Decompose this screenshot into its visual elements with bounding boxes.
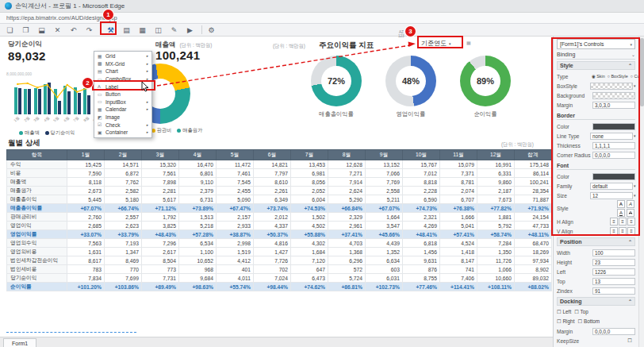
preview-icon[interactable]: ▶ <box>183 25 197 36</box>
column-header: 1월 <box>67 150 105 160</box>
tab-form1[interactable]: Form1 <box>3 338 36 347</box>
cell-value: +48.41% <box>403 230 440 239</box>
dataset-icon[interactable]: ◫ <box>151 25 165 36</box>
prop-control[interactable]: 100 <box>590 249 635 256</box>
cell-value: 1,100 <box>179 248 217 256</box>
checkbox-bottom[interactable]: ☐ Bottom <box>577 318 600 325</box>
prop-control[interactable]: 0,0,0,0 <box>590 328 635 335</box>
cell-value: 4,302 <box>291 239 328 248</box>
menu-item-image[interactable]: ◩Image <box>94 114 151 121</box>
column-header: 합계 <box>515 150 552 160</box>
monthly-table[interactable]: 항목1월2월3월4월5월6월7월8월9월10월11월12월합계수익15,4251… <box>6 149 552 291</box>
prop-label: Height <box>557 260 590 265</box>
grid-icon[interactable]: ▦ <box>136 25 149 36</box>
cell-value: 1,792 <box>142 213 179 222</box>
prop-control[interactable]: 91 <box>590 287 635 295</box>
cursor-icon <box>141 82 151 93</box>
scrollbar-thumb[interactable] <box>640 38 644 106</box>
cell-value: +37.41% <box>328 230 366 239</box>
cell-value: 2,961 <box>328 222 366 230</box>
cell-value: +50.37% <box>254 230 291 239</box>
profit-unit-note: (단위 : 백만원) <box>273 43 305 50</box>
prop-control[interactable]: ☐ <box>590 337 635 344</box>
settings-gear-icon[interactable]: ⚙ <box>205 25 218 36</box>
table-row: 매출총이익5,4455,1805,6176,7315,0906,3496,004… <box>7 195 552 204</box>
cell-value: 6,707 <box>440 195 477 204</box>
annotation-badge-2: 2 <box>82 78 93 88</box>
section-docking[interactable]: Docking⌃ <box>557 297 635 306</box>
window-titlebar: 손익계산서 - 프로필 1 - Microsoft Edge <box>0 0 644 13</box>
cell-value: +67.07% <box>366 204 403 213</box>
bar-group <box>72 76 82 114</box>
cell-value: 15,320 <box>142 160 179 169</box>
checkbox[interactable]: ☐ <box>627 337 632 344</box>
text-input[interactable]: 23 <box>592 259 635 266</box>
cell-value: 647 <box>291 265 328 274</box>
column-header: 6월 <box>254 150 291 160</box>
chart-icon[interactable]: ▤ <box>120 25 133 36</box>
cell-value: +33.07% <box>67 230 105 239</box>
prop-control[interactable]: 23 <box>590 259 635 266</box>
filter-icon[interactable]: ▦ <box>466 40 471 45</box>
cell-value: 876 <box>403 265 440 274</box>
menu-item-container[interactable]: ▣Container▸ <box>94 129 151 137</box>
menu-item-mx-grid[interactable]: ▩MX-Grid▸ <box>94 60 151 68</box>
table-row: 당기순이익7,8347,6997,7319,6844,0117,0246,473… <box>7 274 552 283</box>
delete-icon[interactable]: ✕ <box>51 25 64 36</box>
menu-item-grid[interactable]: ▦Grid▸ <box>94 52 151 60</box>
cell-value: 7,726 <box>254 256 291 265</box>
prop-label: Zindex <box>557 288 590 294</box>
cell-value: 1,666 <box>440 213 477 222</box>
cell-value: 783 <box>67 265 105 274</box>
new-document-icon[interactable]: ❏ <box>3 25 17 36</box>
component-menu: ▦Grid▸▩MX-Grid▸▤Chart▸▭ComboBox▸ALabel▸▭… <box>94 51 152 138</box>
cell-value: 5,180 <box>105 195 142 204</box>
kpi-net-income-label: 당기순이익 <box>8 40 46 49</box>
row-label: 법인세차감전순이익 <box>7 256 67 265</box>
edit-icon[interactable]: ✎ <box>167 25 181 36</box>
checkbox-top[interactable]: ☐ Top <box>574 309 588 315</box>
menu-item-inputbox[interactable]: ▭InputBox▸ <box>94 98 151 106</box>
prop-row-left-top: ☐ Left☐ Top <box>557 307 635 317</box>
text-input[interactable]: 100 <box>592 249 635 256</box>
url-bar[interactable]: https://epa.bimatrix.com/AUD/designer.js… <box>0 13 644 24</box>
text-input[interactable]: 0,0,0,0 <box>592 328 635 335</box>
undo-icon[interactable]: ↶ <box>67 25 80 36</box>
legend-dot-icon <box>45 131 49 135</box>
bar-group <box>33 76 43 114</box>
text-input[interactable]: 13 <box>592 278 635 285</box>
checkbox-right[interactable]: ☐ Right <box>557 318 574 325</box>
menu-item-check[interactable]: ☑Check▸ <box>94 121 151 129</box>
legend-item: 매출원가 <box>177 127 202 134</box>
prop-control[interactable]: 13 <box>590 278 635 285</box>
cell-value: +98.44% <box>254 283 291 291</box>
prop-control[interactable]: 1226 <box>590 268 635 276</box>
save-icon[interactable]: ⬓ <box>35 25 48 36</box>
menu-item-calendar[interactable]: ▦Calendar▸ <box>94 106 151 114</box>
menu-item-label: Grid <box>104 53 147 59</box>
cell-value: 2,624 <box>328 187 366 195</box>
text-input[interactable]: 91 <box>592 287 635 295</box>
open-folder-icon[interactable]: ❐ <box>19 25 33 36</box>
cell-value: 702 <box>254 265 291 274</box>
cell-value: 8,617 <box>67 256 105 265</box>
redo-icon[interactable]: ↷ <box>82 25 96 36</box>
cell-value: 4,412 <box>217 256 254 265</box>
menu-item-label: Check <box>104 122 147 128</box>
checkbox-left[interactable]: ☐ Left <box>557 309 571 315</box>
bar-group <box>43 76 53 114</box>
text-input[interactable]: 1226 <box>592 268 635 276</box>
cell-value: 8,056 <box>291 178 328 187</box>
section-position[interactable]: Position⌃ <box>557 237 635 246</box>
bar-group <box>52 76 63 114</box>
cell-value: 8,818 <box>403 178 440 187</box>
selection-indicator <box>6 332 136 333</box>
cell-value: 7,673 <box>477 195 515 204</box>
cell-value: +74.53% <box>291 204 328 213</box>
column-header: 5월 <box>217 150 254 160</box>
menu-item-chart[interactable]: ▤Chart▸ <box>94 67 151 75</box>
collapse-icon: ⌃ <box>628 299 632 304</box>
bar <box>78 93 81 114</box>
cell-value: +71.12% <box>142 204 179 213</box>
table-row: 비용7,5906,8727,5616,8017,4617,7976,9817,2… <box>7 169 552 178</box>
